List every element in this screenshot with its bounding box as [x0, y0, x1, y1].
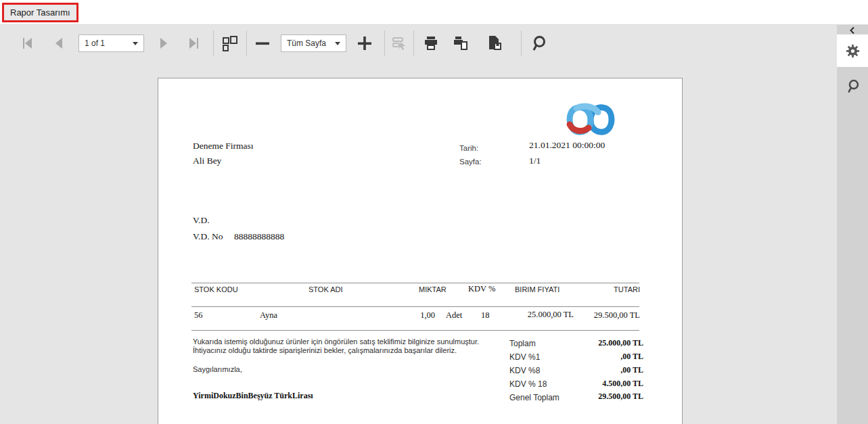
col-header-miktar: MIKTAR: [419, 285, 447, 293]
row-birim-fiyati: 25.000,00 TL: [524, 310, 574, 319]
note-line-1: Yukarıda istemiş olduğunuz ürünler için …: [193, 337, 479, 346]
company-name: Deneme Firması: [193, 141, 254, 151]
settings-panel-tab[interactable]: [837, 34, 868, 67]
table-rule-bottom: [191, 330, 639, 331]
report-page: Deneme Firması Ali Bey Tarih: 21.01.2021…: [158, 78, 683, 424]
company-logo-icon: [556, 99, 625, 142]
zoom-in-icon: [356, 34, 373, 52]
vd-no-label: V.D. No: [193, 231, 223, 242]
search-button[interactable]: [528, 33, 549, 53]
total-label: Toplam: [509, 339, 536, 348]
page-value: 1/1: [529, 156, 541, 166]
export-button[interactable]: [480, 33, 510, 53]
top-tab-bar: Rapor Tasarımı: [0, 0, 868, 25]
kdv8-label: KDV %8: [509, 366, 540, 375]
kdv18-value: 4.500,00 TL: [537, 379, 643, 389]
col-header-birim-fiyati: BIRIM FIYATI: [515, 285, 559, 293]
search-panel-tab[interactable]: [837, 70, 868, 102]
zoom-out-icon: [254, 34, 271, 52]
print-page-button[interactable]: [451, 33, 471, 53]
tab-rapor-tasarimi[interactable]: Rapor Tasarımı: [2, 3, 78, 22]
contact-name: Ali Bey: [193, 156, 221, 166]
select-tool-button: [389, 33, 409, 53]
row-kdv: 18: [481, 310, 490, 321]
col-header-kdv: KDV %: [468, 284, 495, 294]
chevron-down-icon: [335, 42, 340, 45]
next-page-button[interactable]: [154, 33, 174, 53]
document-preview-area[interactable]: Deneme Firması Ali Bey Tarih: 21.01.2021…: [0, 61, 837, 424]
thumbnails-icon: [221, 35, 238, 52]
toolbar-separator: [213, 30, 214, 56]
document-toolbar: 1 of 1 T: [0, 26, 837, 61]
first-page-icon: [18, 35, 35, 51]
vd-no-value: 88888888888: [234, 231, 284, 242]
export-document-icon: [486, 34, 503, 52]
print-icon: [422, 34, 440, 52]
previous-page-icon: [51, 35, 67, 51]
page-label: Sayfa:: [459, 158, 482, 166]
col-header-tutari: TUTARI: [586, 285, 640, 293]
select-tool-icon: [391, 35, 408, 52]
row-miktar: 1,00: [395, 310, 435, 321]
last-page-button[interactable]: [185, 33, 205, 53]
zoom-out-button[interactable]: [252, 33, 273, 53]
zoom-level-dropdown[interactable]: Tüm Sayfa: [281, 34, 346, 52]
right-panel-bar: [837, 25, 868, 424]
first-page-button[interactable]: [16, 33, 37, 53]
note-line-2: İhtiyacınız olduğu taktirde siparişlerin…: [193, 346, 457, 354]
kdv8-value: ,00 TL: [537, 365, 643, 375]
search-icon: [530, 34, 547, 52]
kdv1-value: ,00 TL: [537, 352, 643, 362]
regards-text: Saygılarımızla,: [193, 365, 242, 373]
next-page-icon: [156, 35, 172, 51]
row-stok-adi: Ayna: [260, 310, 277, 321]
vd-label: V.D.: [193, 215, 210, 226]
col-header-stok-adi: STOK ADI: [309, 285, 343, 293]
toolbar-separator: [413, 30, 414, 56]
print-button[interactable]: [421, 33, 441, 53]
zoom-level-value: Tüm Sayfa: [287, 39, 326, 48]
grand-total-value: 29.500,00 TL: [537, 392, 643, 402]
search-icon: [845, 78, 861, 94]
collapse-panel-button[interactable]: [837, 25, 868, 34]
page-number-dropdown[interactable]: 1 of 1: [78, 34, 144, 52]
report-viewer-window: Rapor Tasarımı 1 of 1: [0, 0, 868, 424]
table-rule-mid: [191, 306, 639, 307]
zoom-in-button[interactable]: [355, 33, 375, 53]
row-birim: Adet: [446, 310, 462, 321]
amount-in-words: YirmiDokuzBinBeşyüz TürkLirası: [193, 391, 313, 401]
thumbnails-button[interactable]: [219, 33, 239, 53]
toolbar-separator: [384, 30, 385, 56]
chevron-down-icon: [133, 42, 138, 45]
kdv1-label: KDV %1: [509, 352, 540, 362]
print-page-icon: [452, 34, 470, 52]
date-value: 21.01.2021 00:00:00: [529, 140, 605, 151]
row-stok-kodu: 56: [194, 310, 203, 321]
previous-page-button[interactable]: [49, 33, 69, 53]
page-number-value: 1 of 1: [85, 39, 105, 48]
gear-icon: [845, 43, 861, 59]
chevron-left-icon: [848, 26, 856, 34]
toolbar-separator: [246, 30, 247, 56]
row-tutari: 29.500,00 TL: [579, 310, 640, 321]
date-label: Tarih:: [459, 144, 478, 152]
total-value: 25.000,00 TL: [537, 338, 643, 348]
last-page-icon: [187, 35, 203, 51]
toolbar-separator: [521, 30, 522, 56]
table-rule-top: [191, 283, 639, 283]
col-header-stok-kodu: STOK KODU: [194, 285, 238, 293]
